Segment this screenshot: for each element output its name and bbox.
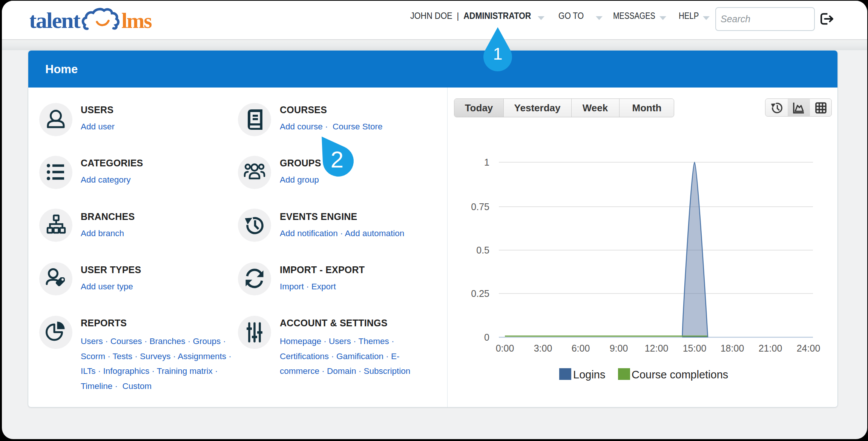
svg-text:0.25: 0.25 <box>471 288 489 299</box>
svg-text:2: 2 <box>331 146 344 172</box>
svg-text:3:00: 3:00 <box>534 343 552 353</box>
svg-text:talent: talent <box>30 8 81 33</box>
svg-text:1: 1 <box>493 44 502 63</box>
svg-text:18:00: 18:00 <box>721 343 744 353</box>
svg-text:12:00: 12:00 <box>645 343 669 353</box>
svg-text:1: 1 <box>484 157 489 167</box>
svg-text:9:00: 9:00 <box>610 343 628 353</box>
svg-text:lms: lms <box>121 9 152 32</box>
svg-text:21:00: 21:00 <box>759 343 782 353</box>
svg-text:Logins: Logins <box>573 369 605 381</box>
svg-text:0: 0 <box>484 332 489 343</box>
svg-text:6:00: 6:00 <box>572 343 590 353</box>
svg-text:Course completions: Course completions <box>632 369 728 381</box>
svg-text:0:00: 0:00 <box>496 343 514 353</box>
svg-text:15:00: 15:00 <box>683 343 707 353</box>
svg-text:0.5: 0.5 <box>476 245 489 255</box>
svg-text:24:00: 24:00 <box>797 343 820 353</box>
svg-text:0.75: 0.75 <box>471 201 489 212</box>
